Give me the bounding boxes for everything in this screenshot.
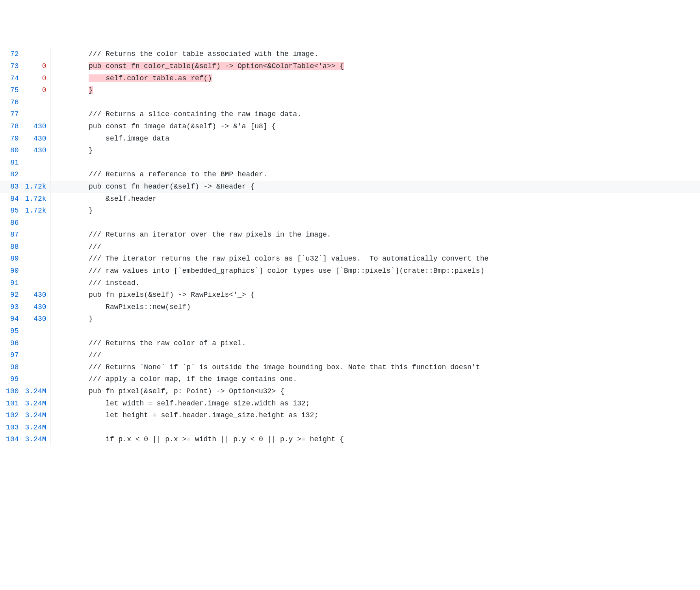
- code-content[interactable]: }: [50, 84, 700, 96]
- code-content[interactable]: }: [50, 144, 700, 157]
- code-line[interactable]: 89 /// The iterator returns the raw pixe…: [0, 253, 700, 265]
- line-number[interactable]: 75: [0, 84, 23, 96]
- code-content[interactable]: pub fn pixel(&self, p: Point) -> Option<…: [50, 385, 700, 398]
- code-line[interactable]: 79430 self.image_data: [0, 133, 700, 145]
- line-number[interactable]: 90: [0, 265, 23, 277]
- line-number[interactable]: 72: [0, 48, 23, 60]
- line-number[interactable]: 80: [0, 144, 23, 157]
- line-number[interactable]: 83: [0, 181, 23, 193]
- line-number[interactable]: 92: [0, 289, 23, 301]
- code-content[interactable]: /// Returns `None` if `p` is outside the…: [50, 361, 700, 374]
- code-line[interactable]: 80430 }: [0, 144, 700, 157]
- line-number[interactable]: 91: [0, 277, 23, 289]
- line-number[interactable]: 99: [0, 373, 23, 385]
- line-number[interactable]: 101: [0, 398, 23, 410]
- code-line[interactable]: 1013.24M let width = self.header.image_s…: [0, 398, 700, 410]
- code-line[interactable]: 730 pub const fn color_table(&self) -> O…: [0, 60, 700, 72]
- code-line[interactable]: 95: [0, 325, 700, 337]
- code-content[interactable]: }: [50, 205, 700, 217]
- line-number[interactable]: 74: [0, 72, 23, 85]
- code-content[interactable]: let width = self.header.image_size.width…: [50, 398, 700, 410]
- line-number[interactable]: 88: [0, 241, 23, 253]
- code-line[interactable]: 86: [0, 217, 700, 229]
- code-content[interactable]: ///: [50, 241, 700, 253]
- line-number[interactable]: 85: [0, 205, 23, 217]
- code-line[interactable]: 93430 RawPixels::new(self): [0, 301, 700, 313]
- code-content[interactable]: if p.x < 0 || p.x >= width || p.y < 0 ||…: [50, 433, 700, 446]
- code-content[interactable]: /// Returns the raw color of a pixel.: [50, 337, 700, 350]
- line-number[interactable]: 81: [0, 157, 23, 169]
- code-content[interactable]: /// apply a color map, if the image cont…: [50, 373, 700, 385]
- line-number[interactable]: 76: [0, 96, 23, 109]
- code-line[interactable]: 1033.24M: [0, 422, 700, 434]
- code-line[interactable]: 76: [0, 96, 700, 109]
- code-line[interactable]: 72 /// Returns the color table associate…: [0, 48, 700, 60]
- code-line[interactable]: 88 ///: [0, 241, 700, 253]
- line-number[interactable]: 102: [0, 409, 23, 422]
- code-line[interactable]: 96 /// Returns the raw color of a pixel.: [0, 337, 700, 350]
- code-content[interactable]: [50, 422, 700, 434]
- line-number[interactable]: 79: [0, 133, 23, 145]
- code-line[interactable]: 831.72k pub const fn header(&self) -> &H…: [0, 181, 700, 193]
- code-content[interactable]: pub fn pixels(&self) -> RawPixels<'_> {: [50, 289, 700, 301]
- code-content[interactable]: ///: [50, 349, 700, 361]
- code-line[interactable]: 750 }: [0, 84, 700, 96]
- code-coverage-table: 72 /// Returns the color table associate…: [0, 48, 700, 446]
- line-number[interactable]: 94: [0, 313, 23, 325]
- code-content[interactable]: [50, 96, 700, 109]
- code-line[interactable]: 78430 pub const fn image_data(&self) -> …: [0, 120, 700, 133]
- code-line[interactable]: 1043.24M if p.x < 0 || p.x >= width || p…: [0, 433, 700, 446]
- code-line[interactable]: 87 /// Returns an iterator over the raw …: [0, 229, 700, 241]
- code-line[interactable]: 97 ///: [0, 349, 700, 361]
- code-line[interactable]: 90 /// raw values into [`embedded_graphi…: [0, 265, 700, 277]
- code-line[interactable]: 851.72k }: [0, 205, 700, 217]
- code-line[interactable]: 1023.24M let height = self.header.image_…: [0, 409, 700, 422]
- code-content[interactable]: [50, 325, 700, 337]
- code-content[interactable]: /// The iterator returns the raw pixel c…: [50, 253, 700, 265]
- code-content[interactable]: self.color_table.as_ref(): [50, 72, 700, 85]
- code-content[interactable]: pub const fn image_data(&self) -> &'a [u…: [50, 120, 700, 133]
- line-number[interactable]: 86: [0, 217, 23, 229]
- line-number[interactable]: 103: [0, 422, 23, 434]
- code-content[interactable]: /// instead.: [50, 277, 700, 289]
- code-content[interactable]: /// Returns a reference to the BMP heade…: [50, 168, 700, 181]
- code-content[interactable]: self.image_data: [50, 133, 700, 145]
- line-number[interactable]: 82: [0, 168, 23, 181]
- code-content[interactable]: let height = self.header.image_size.heig…: [50, 409, 700, 422]
- line-number[interactable]: 77: [0, 108, 23, 120]
- line-number[interactable]: 87: [0, 229, 23, 241]
- line-number[interactable]: 95: [0, 325, 23, 337]
- code-line[interactable]: 99 /// apply a color map, if the image c…: [0, 373, 700, 385]
- code-content[interactable]: /// Returns a slice containing the raw i…: [50, 108, 700, 120]
- code-line[interactable]: 1003.24M pub fn pixel(&self, p: Point) -…: [0, 385, 700, 398]
- code-line[interactable]: 77 /// Returns a slice containing the ra…: [0, 108, 700, 120]
- code-line[interactable]: 841.72k &self.header: [0, 193, 700, 205]
- code-line[interactable]: 91 /// instead.: [0, 277, 700, 289]
- code-line[interactable]: 81: [0, 157, 700, 169]
- code-line[interactable]: 98 /// Returns `None` if `p` is outside …: [0, 361, 700, 374]
- code-content[interactable]: [50, 217, 700, 229]
- line-number[interactable]: 93: [0, 301, 23, 313]
- line-number[interactable]: 104: [0, 433, 23, 446]
- code-line[interactable]: 92430 pub fn pixels(&self) -> RawPixels<…: [0, 289, 700, 301]
- line-number[interactable]: 97: [0, 349, 23, 361]
- code-content[interactable]: /// Returns an iterator over the raw pix…: [50, 229, 700, 241]
- line-number[interactable]: 73: [0, 60, 23, 72]
- line-number[interactable]: 98: [0, 361, 23, 374]
- code-line[interactable]: 94430 }: [0, 313, 700, 325]
- line-number[interactable]: 100: [0, 385, 23, 398]
- line-number[interactable]: 89: [0, 253, 23, 265]
- code-content[interactable]: /// Returns the color table associated w…: [50, 48, 700, 60]
- line-number[interactable]: 84: [0, 193, 23, 205]
- code-line[interactable]: 82 /// Returns a reference to the BMP he…: [0, 168, 700, 181]
- code-content[interactable]: [50, 157, 700, 169]
- line-number[interactable]: 96: [0, 337, 23, 350]
- code-content[interactable]: pub const fn color_table(&self) -> Optio…: [50, 60, 700, 72]
- code-content[interactable]: pub const fn header(&self) -> &Header {: [50, 181, 700, 193]
- code-content[interactable]: /// raw values into [`embedded_graphics`…: [50, 265, 700, 277]
- code-content[interactable]: RawPixels::new(self): [50, 301, 700, 313]
- code-content[interactable]: }: [50, 313, 700, 325]
- code-line[interactable]: 740 self.color_table.as_ref(): [0, 72, 700, 85]
- line-number[interactable]: 78: [0, 120, 23, 133]
- code-content[interactable]: &self.header: [50, 193, 700, 205]
